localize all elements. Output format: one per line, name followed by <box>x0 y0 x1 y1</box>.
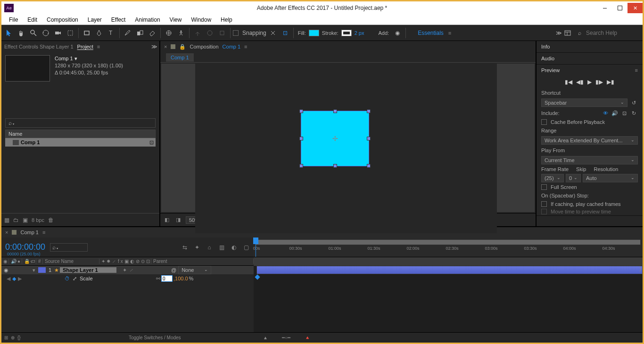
menu-effect[interactable]: Effect <box>107 16 129 24</box>
menu-composition[interactable]: Composition <box>43 16 82 24</box>
shy-toggle-icon[interactable]: ⌂ <box>206 244 213 251</box>
comp-thumbnail[interactable] <box>5 55 50 82</box>
handle-bl[interactable] <box>299 164 303 168</box>
brush-tool-icon[interactable] <box>122 27 133 39</box>
layer-row-1[interactable]: ◉ ▾ 1 ★ Shape Layer 1 ✦ ⟋ @ None <box>1 266 254 274</box>
local-axis-icon[interactable] <box>192 27 203 39</box>
anchor-point-icon[interactable]: ✢ <box>332 135 338 142</box>
menu-animation[interactable]: Animation <box>131 16 164 24</box>
cache-checkbox[interactable]: Cache Before Playback <box>537 118 643 126</box>
stroke-color-swatch[interactable] <box>341 30 352 36</box>
menu-layer[interactable]: Layer <box>84 16 106 24</box>
layer-name[interactable]: Shape Layer 1 <box>60 267 116 273</box>
scale-y-value[interactable]: ,100.0 <box>173 276 188 281</box>
menu-file[interactable]: File <box>5 16 22 24</box>
motion-blur-icon[interactable]: ◐ <box>230 244 238 251</box>
interpret-footage-icon[interactable]: ▦ <box>4 217 9 223</box>
layer-bar[interactable] <box>256 266 643 274</box>
comp-subtab[interactable]: Comp 1 <box>166 53 194 62</box>
first-frame-button[interactable]: ▮◀ <box>565 79 572 85</box>
snap-bounds-icon[interactable]: ⊡ <box>280 27 291 39</box>
comp-mini-flowchart-icon[interactable]: ⇆ <box>181 244 189 251</box>
handle-l[interactable] <box>299 137 303 140</box>
snap-options-icon[interactable] <box>267 27 279 39</box>
add-shape-button[interactable]: ◉ <box>392 27 403 39</box>
comp-panel-menu-icon[interactable]: ≡ <box>244 44 247 49</box>
layer-end-icon[interactable]: ⟩ <box>639 266 642 272</box>
close-button[interactable] <box>627 3 643 13</box>
handle-b[interactable] <box>333 164 337 168</box>
tab-effect-controls[interactable]: Effect Controls Shape Layer 1 <box>4 44 74 49</box>
visibility-toggle-icon[interactable]: ◉ <box>1 267 11 273</box>
search-help[interactable]: ⌕ <box>578 29 641 37</box>
prev-frame-button[interactable]: ◀▮ <box>576 79 584 85</box>
fill-color-swatch[interactable] <box>309 30 319 36</box>
hand-tool-icon[interactable] <box>16 27 27 39</box>
last-frame-button[interactable]: ▶▮ <box>607 79 614 85</box>
constrain-link-icon[interactable]: ⚯ <box>156 276 160 282</box>
project-overflow-icon[interactable]: ≫ <box>151 43 157 50</box>
composition-tab-name[interactable]: Comp 1 <box>223 44 241 49</box>
stroke-width-value[interactable]: 2 px <box>353 30 366 36</box>
project-search[interactable]: ⌕▾ <box>5 118 156 128</box>
twirl-icon[interactable]: ▾ <box>31 267 37 273</box>
ifcaching-checkbox[interactable]: If caching, play cached frames <box>537 200 643 208</box>
property-row-scale[interactable]: ◀◆▶ ⏱⤢Scale ⚯ ,100.0 % <box>1 274 254 283</box>
toggle-switches-icon[interactable]: ⊞ <box>4 335 8 340</box>
timeline-tab-close-icon[interactable]: × <box>5 229 8 235</box>
handle-tl[interactable] <box>299 109 303 113</box>
pan-behind-tool-icon[interactable] <box>65 27 76 39</box>
roto-brush-tool-icon[interactable] <box>163 27 174 39</box>
workspace-panel-icon[interactable] <box>562 27 573 39</box>
project-item-comp1[interactable]: Comp 1 ⊡ <box>5 138 156 147</box>
timeline-timecode[interactable]: 0:00:00:00 <box>5 242 45 252</box>
camera-tool-icon[interactable] <box>52 27 64 39</box>
scale-x-input[interactable] <box>161 275 173 282</box>
view-axis-icon[interactable] <box>216 27 228 39</box>
frame-blend-icon[interactable]: ▥ <box>218 244 225 251</box>
puppet-tool-icon[interactable] <box>175 27 187 39</box>
playhead[interactable] <box>256 238 256 257</box>
project-panel-menu-icon[interactable]: ≡ <box>97 44 100 49</box>
project-column-header[interactable]: Name <box>5 130 156 138</box>
bpc-button[interactable]: 8 bpc <box>32 217 44 223</box>
include-audio-icon[interactable]: 🔊 <box>611 109 619 117</box>
shortcut-dropdown[interactable]: Spacebar <box>541 98 627 107</box>
workspace-dropdown[interactable]: Essentials <box>418 30 444 36</box>
timeline-search[interactable]: ⌕▾ <box>50 243 88 252</box>
include-video-icon[interactable]: 👁 <box>601 109 610 117</box>
toolbar-overflow-icon[interactable]: ≫ <box>556 30 561 36</box>
new-comp-icon[interactable]: ▣ <box>23 217 28 223</box>
panel-info[interactable]: Info <box>537 41 643 52</box>
zoom-in-icon[interactable]: 🔺 <box>305 335 310 340</box>
next-frame-button[interactable]: ▮▶ <box>595 79 603 85</box>
timeline-tab-name[interactable]: Comp 1 <box>20 229 39 235</box>
preview-resolution-dropdown[interactable]: Auto <box>583 174 638 182</box>
new-folder-icon[interactable]: 🗀 <box>13 217 19 223</box>
handle-t[interactable] <box>333 109 337 113</box>
composition-viewer[interactable]: ✢ <box>161 64 535 212</box>
maximize-button[interactable] <box>612 3 627 13</box>
reset-shortcut-icon[interactable]: ↺ <box>629 98 638 107</box>
next-keyframe-icon[interactable]: ▶ <box>18 276 22 282</box>
toggle-switches-modes-button[interactable]: Toggle Switches / Modes <box>129 335 181 340</box>
alpha-toggle-icon[interactable]: ◧ <box>163 216 171 224</box>
add-keyframe-icon[interactable]: ◆ <box>12 276 16 282</box>
menu-window[interactable]: Window <box>187 16 215 24</box>
workspace-menu-icon[interactable]: ≡ <box>448 30 451 36</box>
layer-color-swatch[interactable] <box>38 267 46 273</box>
comp-tab-lock-icon[interactable]: 🔒 <box>179 44 186 50</box>
pen-tool-icon[interactable] <box>93 27 105 39</box>
toggle-modes-icon[interactable]: ⊕ <box>11 335 15 340</box>
preview-menu-icon[interactable]: ≡ <box>635 67 638 73</box>
graph-editor-icon[interactable]: ▢ <box>242 244 250 251</box>
layer-switches[interactable]: ✦ ⟋ <box>116 267 140 273</box>
handle-r[interactable] <box>367 137 371 140</box>
panel-preview[interactable]: Preview≡ <box>537 65 643 76</box>
rectangle-tool-icon[interactable] <box>81 27 92 39</box>
minimize-button[interactable] <box>597 3 612 13</box>
menu-view[interactable]: View <box>166 16 186 24</box>
framerate-dropdown[interactable]: (25) <box>541 174 564 182</box>
channel-icon[interactable]: ◨ <box>174 216 182 224</box>
handle-br[interactable] <box>367 164 371 168</box>
